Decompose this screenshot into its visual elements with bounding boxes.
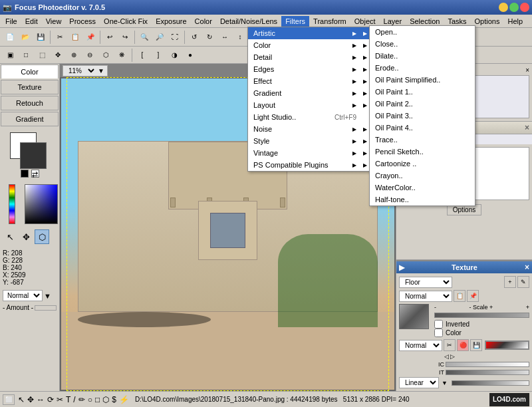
menu-close[interactable]: Close.. (370, 38, 475, 50)
paste-button[interactable]: 📌 (83, 30, 98, 45)
zoom-in-button[interactable]: 🔍 (137, 30, 152, 45)
feather-button[interactable]: ❋ (114, 48, 129, 63)
reset-colors-button[interactable] (21, 170, 29, 178)
menu-filters-effect[interactable]: Effect ▶ (248, 75, 370, 87)
menu-filters-detail[interactable]: Detail ▶ (248, 51, 370, 63)
normal1-dropdown[interactable]: Normal (399, 291, 452, 302)
menu-lightstudio[interactable]: Light Studio.. Ctrl+F9 (248, 111, 370, 123)
menu-crayon[interactable]: Crayon.. (370, 170, 475, 182)
flip-v-button[interactable]: ↕ (233, 30, 247, 45)
color-tool-3[interactable]: 💾 (470, 339, 482, 351)
close-button[interactable] (520, 3, 529, 12)
color-swatch[interactable] (10, 132, 50, 166)
menu-halftone[interactable]: Half-tone.. (370, 194, 475, 205)
color-picker-bar[interactable] (9, 184, 15, 224)
rotate-right-button[interactable]: ↻ (202, 30, 217, 45)
tool-rotate[interactable]: ⟳ (47, 394, 55, 405)
floor-dropdown[interactable]: Floor (399, 277, 452, 288)
texture-tab[interactable]: Texture (1, 80, 59, 94)
brush-hardness-button[interactable]: ● (183, 48, 198, 63)
select-all-button[interactable]: ▣ (3, 48, 17, 63)
tool-ellipse[interactable]: ○ (87, 394, 93, 405)
menu-exposure[interactable]: Exposure (152, 16, 190, 27)
tool-line[interactable]: / (72, 394, 76, 405)
texture-panel-close[interactable]: × (525, 263, 529, 272)
swap-colors-button[interactable]: ⇄ (31, 170, 39, 178)
color-tool-2[interactable]: 🔴 (457, 339, 469, 351)
brush-opacity-button[interactable]: ◑ (167, 48, 182, 63)
gradient-slider[interactable] (485, 340, 529, 350)
blend-mode-dropdown[interactable]: Normal Multiply Screen (3, 290, 43, 301)
menu-edit[interactable]: Edit (21, 16, 42, 27)
texture-copy-button[interactable]: 📋 (454, 290, 466, 302)
menu-oilpaint-2[interactable]: Oil Paint 2.. (370, 98, 475, 110)
menu-artistic[interactable]: Artistic ▶ (248, 27, 370, 39)
menu-erode[interactable]: Erode.. (370, 62, 475, 74)
border-button[interactable]: ⬡ (98, 48, 113, 63)
slider-1[interactable] (446, 362, 529, 367)
color-tab[interactable]: Color (1, 65, 59, 78)
flip-h-button[interactable]: ↔ (217, 30, 232, 45)
move-tool[interactable]: ✥ (19, 229, 33, 244)
menu-filters-layout[interactable]: Layout ▶ (248, 99, 370, 111)
zoom-out-button[interactable]: 🔎 (152, 30, 167, 45)
menu-filters-edges[interactable]: Edges ▶ (248, 63, 370, 75)
amount-slider[interactable] (35, 305, 57, 311)
tool-polygon[interactable]: ⬡ (102, 394, 110, 405)
tool-rect[interactable]: □ (94, 394, 100, 405)
shrink-button[interactable]: ⊖ (82, 48, 97, 63)
menu-options[interactable]: Options (471, 16, 504, 27)
texture-paste-button[interactable]: 📌 (467, 290, 479, 302)
minimize-button[interactable] (499, 3, 508, 12)
menu-file[interactable]: File (1, 16, 21, 27)
menu-open[interactable]: Open.. (370, 26, 475, 38)
tool-select[interactable]: ↖ (17, 394, 25, 405)
move-sel-button[interactable]: ✥ (51, 48, 65, 63)
crop-tool[interactable]: ⬡ (35, 229, 49, 244)
tool-move[interactable]: ✥ (27, 394, 35, 405)
tool-lasso[interactable]: ✂ (56, 394, 64, 405)
menu-filters-vintage[interactable]: Vintage ▶ (248, 147, 370, 159)
tool-clone[interactable]: $ (111, 394, 117, 405)
menu-filters-style[interactable]: Style ▶ (248, 135, 370, 147)
tool-transform[interactable]: ↔ (36, 394, 45, 405)
rotate-left-button[interactable]: ↺ (187, 30, 201, 45)
menu-process[interactable]: Process (65, 16, 100, 27)
fit-button[interactable]: ⛶ (168, 30, 182, 45)
tool-pen[interactable]: ✏ (78, 394, 86, 405)
linear-slider[interactable] (452, 380, 529, 386)
color-tool-1[interactable]: ✂ (444, 339, 456, 351)
select-none-button[interactable]: □ (19, 48, 33, 63)
menu-oilpaint-simplified[interactable]: Oil Paint Simplified.. (370, 74, 475, 86)
menu-filters-color[interactable]: Color ▶ (248, 39, 370, 51)
background-color[interactable] (20, 142, 47, 169)
brush-size-dec-button[interactable]: [ (135, 48, 150, 63)
add-texture-button[interactable]: + (504, 276, 516, 288)
color-checkbox[interactable] (434, 329, 443, 337)
cut-button[interactable]: ✂ (53, 30, 67, 45)
texture-swatch[interactable] (399, 304, 429, 329)
menu-help[interactable]: Help (503, 16, 527, 27)
brush-size-inc-button[interactable]: ] (151, 48, 166, 63)
menu-oilpaint-3[interactable]: Oil Paint 3.. (370, 110, 475, 122)
tool-text[interactable]: T (65, 394, 71, 405)
grow-button[interactable]: ⊕ (66, 48, 81, 63)
selection-tool[interactable]: ↖ (3, 229, 17, 244)
menu-oilpaint-1[interactable]: Oil Paint 1.. (370, 86, 475, 98)
scale-slider[interactable] (434, 313, 529, 318)
invert-sel-button[interactable]: ⬚ (35, 48, 49, 63)
gradient-tab[interactable]: Gradient (1, 112, 59, 126)
menu-cartoonize[interactable]: Cartoonize .. (370, 158, 475, 170)
color-gradient-picker[interactable] (25, 184, 58, 224)
linear-dropdown[interactable]: Linear (399, 377, 439, 388)
zoom-dropdown[interactable]: 11% 25% 50% 100% (66, 67, 96, 75)
normal2-dropdown[interactable]: Normal (399, 340, 442, 351)
edit-texture-button[interactable]: ✎ (517, 276, 529, 288)
maximize-button[interactable] (509, 3, 519, 12)
menu-pencilsketch[interactable]: Pencil Sketch.. (370, 146, 475, 158)
undo-button[interactable]: ↩ (102, 30, 117, 45)
crop-close-button[interactable]: × (525, 67, 529, 74)
menu-trace[interactable]: Trace.. (370, 134, 475, 146)
inverted-checkbox[interactable] (434, 320, 443, 329)
new-button[interactable]: 📄 (3, 30, 17, 45)
